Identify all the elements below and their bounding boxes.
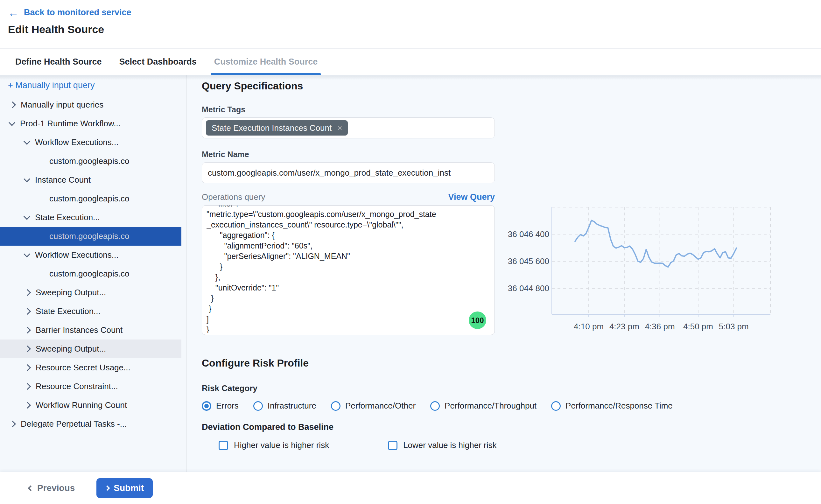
tree-item-label: Sweeping Output... xyxy=(36,344,106,354)
tree-item-label: Barrier Instances Count xyxy=(36,325,123,335)
tree-item-label: State Execution... xyxy=(35,213,100,222)
operations-query-text: "filter": "metric.type=\"custom.googleap… xyxy=(207,205,475,333)
tree-leaf-metric[interactable]: custom.googleapis.co xyxy=(0,152,181,171)
chevron-right-icon[interactable] xyxy=(24,308,31,315)
tab-customize-health-source[interactable]: Customize Health Source xyxy=(214,48,318,75)
back-arrow-icon[interactable]: ← xyxy=(8,8,19,17)
chevron-down-icon[interactable] xyxy=(24,138,30,145)
radio-label: Performance/Throughput xyxy=(445,401,537,411)
chevron-right-icon[interactable] xyxy=(24,327,31,333)
tab-bar: Define Health SourceSelect DashboardsCus… xyxy=(0,48,821,75)
submit-button[interactable]: Submit xyxy=(96,478,153,498)
tree-item-label: Prod-1 Runtime Workflow... xyxy=(20,119,121,129)
svg-text:4:23 pm: 4:23 pm xyxy=(609,322,639,331)
checkbox-icon[interactable] xyxy=(388,441,397,450)
metric-name-input[interactable]: custom.googleapis.com/user/x_mongo_prod_… xyxy=(202,162,495,183)
divider xyxy=(202,375,811,375)
risk-category-options: ErrorsInfrastructurePerformance/OtherPer… xyxy=(202,401,811,411)
deviation-options: Higher value is higher riskLower value i… xyxy=(219,440,811,450)
risk-radio-performance-other[interactable]: Performance/Other xyxy=(331,401,416,411)
previous-button[interactable]: Previous xyxy=(29,483,75,493)
chevron-down-icon[interactable] xyxy=(24,213,30,220)
chevron-right-icon[interactable] xyxy=(24,289,31,296)
deviation-label: Deviation Compared to Baseline xyxy=(202,422,811,432)
risk-radio-infrastructure[interactable]: Infrastructure xyxy=(253,401,316,411)
tree-node[interactable]: Workflow Executions... xyxy=(0,246,181,264)
metric-tags-label: Metric Tags xyxy=(202,105,811,114)
sidebar-tree: Manually input queriesProd-1 Runtime Wor… xyxy=(0,95,186,433)
chevron-down-icon[interactable] xyxy=(24,176,30,182)
tree-item-label: Workflow Executions... xyxy=(35,137,119,147)
chevron-right-icon[interactable] xyxy=(24,346,31,352)
chevron-right-icon[interactable] xyxy=(9,101,16,108)
radio-label: Performance/Response Time xyxy=(565,401,673,411)
risk-radio-performance-response-time[interactable]: Performance/Response Time xyxy=(551,401,673,411)
tree-node[interactable]: Delegate Perpetual Tasks -... xyxy=(0,415,181,433)
svg-text:4:10 pm: 4:10 pm xyxy=(574,322,604,331)
view-query-link[interactable]: View Query xyxy=(448,192,495,202)
metric-preview-chart: 36 046 40036 045 60036 044 8004:10 pm4:2… xyxy=(502,202,789,339)
radio-icon[interactable] xyxy=(253,401,263,411)
operations-query-label: Operations query xyxy=(202,192,265,202)
configure-risk-profile-title: Configure Risk Profile xyxy=(202,357,811,369)
tree-node[interactable]: Instance Count xyxy=(0,171,181,189)
chip-remove-icon[interactable]: × xyxy=(337,123,342,133)
tree-item-label: Workflow Running Count xyxy=(36,400,127,410)
risk-radio-performance-throughput[interactable]: Performance/Throughput xyxy=(430,401,537,411)
svg-text:36 044 800: 36 044 800 xyxy=(508,283,549,293)
chevron-down-icon[interactable] xyxy=(9,119,15,126)
tree-item-label: custom.googleapis.co xyxy=(49,231,129,241)
chevron-right-icon[interactable] xyxy=(24,383,31,390)
tree-leaf-metric[interactable]: custom.googleapis.co xyxy=(0,264,181,283)
chevron-down-icon[interactable] xyxy=(24,251,30,257)
risk-category-label: Risk Category xyxy=(202,383,811,393)
tree-node[interactable]: Workflow Running Count xyxy=(0,396,181,415)
radio-icon[interactable] xyxy=(430,401,440,411)
tree-item-label: custom.googleapis.co xyxy=(49,156,129,166)
deviation-checkbox-higher-value-is-higher-risk[interactable]: Higher value is higher risk xyxy=(219,440,329,450)
tree-node[interactable]: Sweeping Output... xyxy=(0,283,181,302)
tab-select-dashboards[interactable]: Select Dashboards xyxy=(119,48,197,75)
tree-node[interactable]: State Execution... xyxy=(0,302,181,321)
radio-selected-icon[interactable] xyxy=(202,401,211,411)
tree-item-label: State Execution... xyxy=(36,306,101,316)
tree-node[interactable]: Manually input queries xyxy=(0,95,181,114)
query-specifications-title: Query Specifications xyxy=(202,80,811,92)
tree-node[interactable]: Workflow Executions... xyxy=(0,133,181,152)
tree-node[interactable]: State Execution... xyxy=(0,208,181,227)
checkbox-icon[interactable] xyxy=(219,441,228,450)
metric-tags-input[interactable]: State Execution Instances Count × xyxy=(202,117,495,138)
tree-node[interactable]: Resource Constraint... xyxy=(0,377,181,396)
sidebar: + Manually input query Manually input qu… xyxy=(0,75,186,472)
chevron-right-icon[interactable] xyxy=(24,402,31,409)
back-link[interactable]: Back to monitored service xyxy=(24,8,131,17)
radio-icon[interactable] xyxy=(551,401,561,411)
radio-label: Errors xyxy=(216,401,239,411)
tree-node[interactable]: Resource Secret Usage... xyxy=(0,358,181,377)
tree-node[interactable]: Prod-1 Runtime Workflow... xyxy=(0,114,181,133)
tab-define-health-source[interactable]: Define Health Source xyxy=(15,48,102,75)
chevron-right-icon[interactable] xyxy=(9,421,16,427)
checkbox-label: Higher value is higher risk xyxy=(234,440,329,450)
radio-icon[interactable] xyxy=(331,401,340,411)
tree-node[interactable]: Sweeping Output... xyxy=(0,339,181,358)
tree-item-label: Resource Constraint... xyxy=(36,381,118,391)
metric-tag-chip: State Execution Instances Count × xyxy=(206,120,348,136)
chevron-right-icon[interactable] xyxy=(24,364,31,371)
operations-query-editor[interactable]: "filter": "metric.type=\"custom.googleap… xyxy=(202,205,495,335)
divider xyxy=(202,98,811,98)
checkbox-label: Lower value is higher risk xyxy=(403,440,496,450)
risk-radio-errors[interactable]: Errors xyxy=(202,401,239,411)
submit-button-label: Submit xyxy=(114,483,144,493)
tree-item-label: Instance Count xyxy=(35,175,91,185)
query-score-badge: 100 xyxy=(469,311,486,329)
tree-leaf-metric[interactable]: custom.googleapis.co xyxy=(0,189,181,208)
tree-node[interactable]: Barrier Instances Count xyxy=(0,321,181,339)
tree-leaf-metric[interactable]: custom.googleapis.co xyxy=(0,227,181,246)
add-manual-query-link[interactable]: + Manually input query xyxy=(0,75,186,95)
deviation-checkbox-lower-value-is-higher-risk[interactable]: Lower value is higher risk xyxy=(388,440,496,450)
tree-item-label: Manually input queries xyxy=(21,100,103,110)
footer-bar: Previous Submit xyxy=(0,472,821,504)
tree-item-label: custom.googleapis.co xyxy=(49,194,129,204)
page-title: Edit Health Source xyxy=(0,17,821,36)
